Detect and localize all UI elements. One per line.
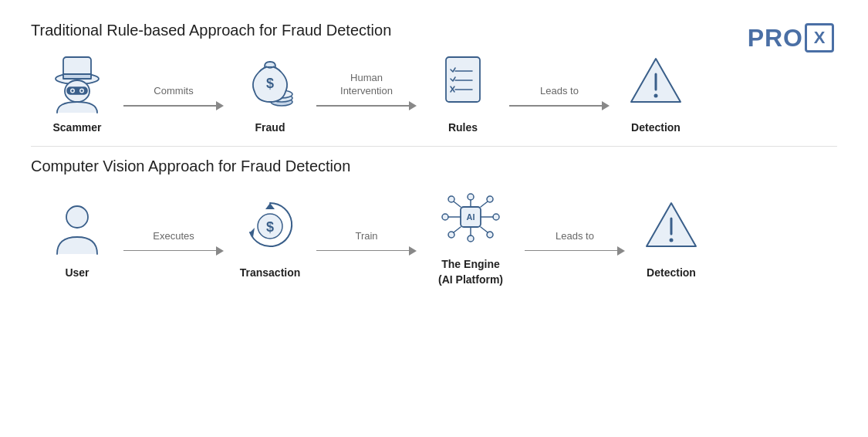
- leads-to-arrow-line-1: [509, 101, 610, 110]
- rules-icon: [428, 47, 498, 117]
- transaction-label: Transaction: [240, 266, 301, 279]
- fraud-icon: $: [235, 47, 305, 117]
- engine-item: AI: [417, 183, 525, 287]
- user-icon: [42, 192, 112, 262]
- user-item: User: [31, 192, 123, 279]
- svg-point-29: [468, 194, 474, 200]
- detection2-icon: [637, 192, 706, 262]
- scammer-icon: [42, 47, 112, 117]
- section1-title: Traditional Rule-based Approach for Frau…: [31, 22, 837, 39]
- detection1-icon: [621, 47, 691, 117]
- transaction-icon: $: [235, 192, 305, 262]
- leads-to-arrow-2: Leads to: [525, 215, 625, 256]
- section2-flow: User Executes: [31, 183, 837, 287]
- svg-point-21: [654, 93, 658, 97]
- svg-point-7: [72, 90, 74, 92]
- human-intervention-label: HumanIntervention: [340, 70, 393, 98]
- svg-line-38: [454, 202, 461, 207]
- svg-line-44: [481, 227, 488, 232]
- logo-x-text: X: [814, 28, 826, 48]
- prox-logo: PRO X: [748, 23, 834, 53]
- svg-rect-4: [67, 87, 87, 94]
- section-divider: [31, 146, 837, 147]
- svg-line-40: [481, 202, 488, 207]
- page: PRO X Traditional Rule-based Approach fo…: [0, 0, 868, 437]
- leads-to-arrow-1: Leads to: [509, 70, 610, 110]
- commits-arrow-line: [123, 101, 224, 110]
- transaction-item: $ Transaction: [224, 192, 316, 279]
- train-arrow-line: [316, 246, 417, 256]
- svg-point-8: [81, 90, 83, 92]
- logo-x-box: X: [805, 23, 834, 53]
- commits-label: Commits: [154, 70, 193, 98]
- leads-to-label-1: Leads to: [540, 70, 579, 98]
- human-intervention-arrow-line: [316, 101, 417, 110]
- executes-label: Executes: [153, 215, 194, 243]
- svg-point-33: [442, 214, 448, 220]
- engine-label: The Engine(AI Platform): [438, 257, 503, 287]
- detection2-item: Detection: [625, 192, 718, 279]
- svg-point-35: [493, 214, 499, 220]
- detection2-label: Detection: [647, 266, 696, 279]
- detection1-item: Detection: [610, 47, 702, 134]
- executes-arrow: Executes: [123, 215, 224, 256]
- svg-text:AI: AI: [467, 212, 475, 222]
- commits-arrow: Commits: [123, 70, 224, 110]
- detection1-label: Detection: [631, 121, 681, 134]
- scammer-label: Scammer: [52, 121, 101, 134]
- fraud-label: Fraud: [255, 121, 285, 134]
- executes-arrow-line: [123, 246, 224, 256]
- svg-point-47: [670, 239, 674, 242]
- human-intervention-arrow: HumanIntervention: [316, 70, 417, 110]
- leads-to-arrow-line-2: [525, 246, 625, 256]
- svg-text:$: $: [266, 76, 274, 91]
- rules-item: Rules: [417, 47, 509, 134]
- train-arrow: Train: [316, 215, 417, 256]
- train-label: Train: [355, 215, 377, 243]
- engine-icon: AI: [436, 183, 505, 252]
- scammer-item: Scammer: [31, 47, 123, 134]
- section1-flow: Scammer Commits: [31, 47, 837, 134]
- section2-title: Computer Vision Approach for Fraud Detec…: [31, 158, 837, 175]
- fraud-item: $ Fraud: [224, 47, 316, 134]
- svg-point-22: [66, 206, 88, 228]
- svg-line-42: [454, 227, 461, 232]
- rules-label: Rules: [448, 121, 478, 134]
- svg-point-31: [468, 235, 474, 242]
- user-label: User: [65, 266, 89, 279]
- svg-text:$: $: [266, 219, 274, 235]
- svg-rect-2: [63, 74, 91, 79]
- leads-to-label-2: Leads to: [556, 215, 594, 243]
- logo-pro-text: PRO: [748, 24, 803, 53]
